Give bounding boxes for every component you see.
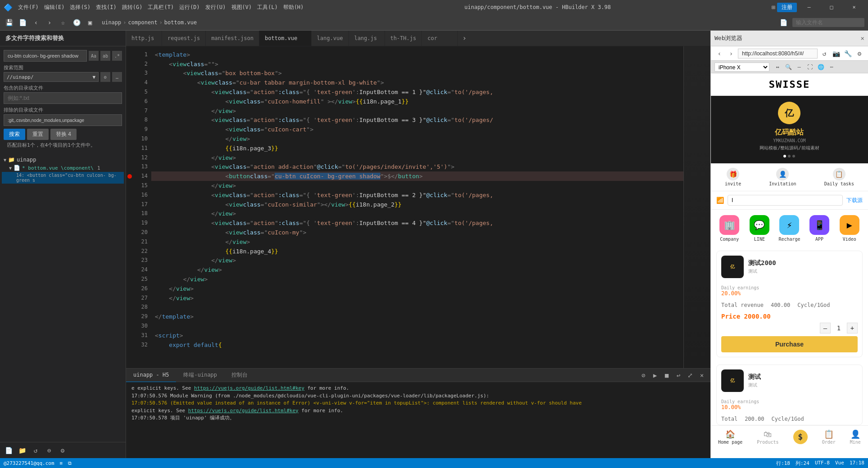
nav-daily-tasks[interactable]: 📋 Daily tasks bbox=[824, 168, 854, 186]
back-button[interactable]: ‹ bbox=[31, 17, 41, 28]
breadcrumb-project[interactable]: uinapp bbox=[102, 19, 121, 26]
browser-url-input[interactable] bbox=[738, 49, 818, 58]
search-input[interactable] bbox=[4, 50, 87, 62]
nav-invitation[interactable]: 👤 Invitation bbox=[769, 168, 796, 186]
browser-close-button[interactable]: × bbox=[861, 35, 864, 42]
nav-order[interactable]: 📋 Order bbox=[822, 429, 836, 445]
menu-toolbar[interactable]: 工具栏(T) bbox=[148, 4, 174, 11]
menu-select[interactable]: 选择(S) bbox=[70, 4, 90, 11]
full-screen-btn[interactable]: ⛶ bbox=[805, 63, 814, 72]
replace-button[interactable]: 替换 4 bbox=[50, 129, 77, 140]
browser-settings-btn[interactable]: ⚙ bbox=[854, 49, 864, 58]
scope-settings-btn[interactable]: ⚙ bbox=[100, 72, 110, 82]
tree-file-label[interactable]: * bottom.vue \component\ bbox=[22, 165, 94, 171]
nav-products[interactable]: 🛍 Products bbox=[757, 429, 778, 445]
include-input[interactable] bbox=[4, 92, 122, 104]
zoom-in-btn[interactable]: 🔍 bbox=[784, 63, 793, 72]
scope-field[interactable]: //uinapp/ ▼ bbox=[4, 72, 99, 82]
browser-forward-btn[interactable]: › bbox=[726, 49, 736, 58]
console-link-2[interactable]: https://vuejs.org/guide/list.html#key bbox=[188, 408, 298, 414]
bookmark-icon[interactable]: ☆ bbox=[58, 17, 68, 28]
file-search-input[interactable] bbox=[792, 18, 864, 27]
expand-btn[interactable]: ⤢ bbox=[685, 370, 695, 380]
tab-http-js[interactable]: http.js bbox=[126, 31, 162, 46]
zoom-out-btn[interactable]: — bbox=[795, 63, 804, 72]
register-button[interactable]: 注册 bbox=[777, 3, 797, 12]
settings-btn[interactable]: ⚙ bbox=[58, 446, 68, 455]
wrap-btn[interactable]: ↩ bbox=[674, 370, 683, 380]
menu-find[interactable]: 查找(I) bbox=[96, 4, 117, 11]
window-icon[interactable]: ▣ bbox=[85, 17, 95, 28]
breadcrumb-folder[interactable]: component bbox=[128, 19, 158, 26]
search-button[interactable]: 搜索 bbox=[4, 129, 25, 140]
clear-console-btn[interactable]: ⊘ bbox=[638, 370, 648, 380]
nav-mine[interactable]: 👤 Mine bbox=[850, 429, 861, 445]
tab-overflow-button[interactable]: › bbox=[458, 31, 470, 46]
nav-dollar[interactable]: $ bbox=[793, 430, 808, 444]
browser-refresh-btn[interactable]: ↺ bbox=[819, 49, 829, 58]
menu-file[interactable]: 文件(F) bbox=[18, 4, 39, 11]
more-options-btn[interactable]: ⋯ bbox=[827, 63, 836, 72]
app-icon-video[interactable]: ▶ Video bbox=[836, 215, 863, 242]
browser-devtools-btn[interactable]: 🔧 bbox=[843, 49, 853, 58]
device-select[interactable]: iPhone X iPhone 12 Samsung Galaxy bbox=[714, 63, 769, 72]
tab-console[interactable]: 控制台 bbox=[224, 369, 255, 382]
app-icon-line[interactable]: 💬 LINE bbox=[746, 215, 773, 242]
nav-invite[interactable]: 🎁 invite bbox=[725, 168, 741, 186]
console-link-1[interactable]: https://vuejs.org/guide/list.html#key bbox=[194, 385, 304, 391]
app-search-input[interactable] bbox=[728, 195, 843, 206]
tab-request-js[interactable]: request.js bbox=[162, 31, 206, 46]
collapse-btn[interactable]: ⊖ bbox=[44, 446, 54, 455]
refresh-btn[interactable]: ↺ bbox=[31, 446, 41, 455]
tab-lang-js[interactable]: lang.js bbox=[349, 31, 385, 46]
app-banner[interactable]: 亿 亿码酷站 YMKUZHAN.COM 网站模板/整站源码/前端素材 bbox=[711, 96, 868, 163]
tab-th-th-js[interactable]: th-TH.js bbox=[385, 31, 422, 46]
save-icon[interactable]: 💾 bbox=[4, 17, 14, 28]
tree-root-label[interactable]: uinapp bbox=[17, 157, 36, 163]
case-sensitive-btn[interactable]: Aa bbox=[89, 51, 99, 61]
menu-help[interactable]: 帮助(H) bbox=[283, 4, 304, 11]
maximize-button[interactable]: □ bbox=[821, 0, 842, 14]
dollar-special-btn[interactable]: $ bbox=[793, 430, 808, 444]
menu-tools[interactable]: 工具(L) bbox=[257, 4, 278, 11]
stop-btn[interactable]: ■ bbox=[662, 370, 672, 380]
tab-lang-vue[interactable]: lang.vue bbox=[312, 31, 349, 46]
browser-back-btn[interactable]: ‹ bbox=[714, 49, 724, 58]
whole-word-btn[interactable]: ab bbox=[100, 51, 110, 61]
rotate-device-btn[interactable]: ↔ bbox=[773, 63, 782, 72]
run-btn[interactable]: ▶ bbox=[650, 370, 660, 380]
nav-home[interactable]: 🏠 Home page bbox=[718, 429, 742, 445]
tree-file-item[interactable]: ▼ 📄 * bottom.vue \component\ 1 bbox=[2, 164, 124, 172]
tab-manifest-json[interactable]: manifest.json bbox=[206, 31, 259, 46]
exclude-input[interactable] bbox=[4, 114, 122, 126]
qty-plus-btn[interactable]: + bbox=[847, 323, 858, 333]
close-button[interactable]: × bbox=[844, 0, 864, 14]
regex-btn[interactable]: .* bbox=[112, 51, 122, 61]
browser-screenshot-btn[interactable]: 📷 bbox=[831, 49, 841, 58]
minimize-button[interactable]: — bbox=[799, 0, 819, 14]
new-folder-btn[interactable]: 📁 bbox=[17, 446, 27, 455]
app-download-link[interactable]: 下载源 bbox=[846, 197, 863, 204]
tree-match-line[interactable]: 14: <button class="cu-btn culcon- bg-gre… bbox=[2, 172, 124, 184]
tab-bottom-vue[interactable]: bottom.vue× bbox=[259, 31, 312, 46]
close-panel-btn[interactable]: × bbox=[697, 370, 707, 380]
file-icon[interactable]: 📄 bbox=[778, 17, 789, 28]
purchase-button[interactable]: Purchase bbox=[721, 336, 858, 352]
tab-terminal[interactable]: 终端-uinapp bbox=[176, 369, 224, 382]
forward-button[interactable]: › bbox=[44, 17, 55, 28]
scope-add-btn[interactable]: … bbox=[112, 72, 122, 82]
tree-root[interactable]: ▼ 📁 uinapp bbox=[2, 156, 124, 164]
tab-uinapp-h5[interactable]: uinapp - H5 bbox=[126, 369, 176, 382]
reset-button[interactable]: 重置 bbox=[27, 129, 49, 140]
menu-publish[interactable]: 发行(U) bbox=[205, 4, 226, 11]
tab-cor[interactable]: cor bbox=[422, 31, 458, 46]
menu-goto[interactable]: 跳转(G) bbox=[122, 4, 143, 11]
code-editor[interactable]: 1 2 3 4 5 6 7 8 9 10 11 12 13 14 15 16 1… bbox=[126, 46, 710, 368]
open-browser-btn[interactable]: 🌐 bbox=[816, 63, 825, 72]
menu-view[interactable]: 视图(V) bbox=[231, 4, 252, 11]
new-file-btn[interactable]: 📄 bbox=[4, 446, 14, 455]
recent-icon[interactable]: 🕐 bbox=[71, 17, 82, 28]
app-icon-company[interactable]: 🏢 Company bbox=[716, 215, 743, 242]
new-file-icon[interactable]: 📄 bbox=[17, 17, 28, 28]
qty-minus-btn[interactable]: — bbox=[820, 323, 831, 333]
